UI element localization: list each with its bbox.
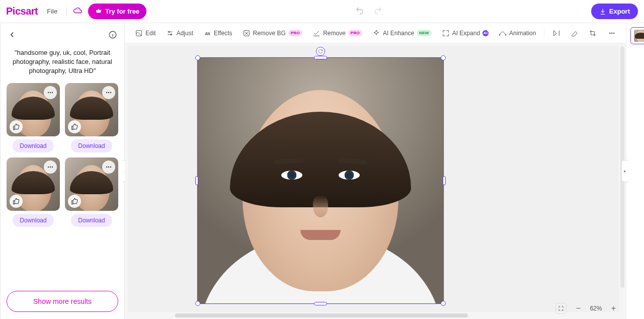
result-3-thumb[interactable]: ··· bbox=[7, 157, 60, 211]
handle-br[interactable] bbox=[441, 301, 446, 306]
tool-crop[interactable] bbox=[585, 27, 601, 40]
result-2: ··· Download bbox=[65, 83, 118, 152]
svg-point-18 bbox=[499, 34, 500, 35]
handle-ml[interactable] bbox=[195, 176, 198, 185]
result-4-download[interactable]: Download bbox=[71, 214, 112, 227]
result-2-thumb[interactable]: ··· bbox=[65, 83, 118, 136]
svg-point-22 bbox=[613, 32, 614, 33]
result-3-like-icon[interactable] bbox=[10, 195, 23, 208]
handle-mr[interactable] bbox=[443, 176, 446, 185]
export-label: Export bbox=[609, 8, 630, 15]
result-1-thumb[interactable]: ··· bbox=[7, 83, 60, 136]
artboard[interactable] bbox=[197, 57, 444, 304]
try-free-label: Try for free bbox=[105, 8, 139, 15]
result-4-like-icon[interactable] bbox=[68, 195, 81, 208]
back-button[interactable] bbox=[8, 30, 17, 41]
fit-to-screen-button[interactable] bbox=[555, 303, 567, 314]
canvas-viewport[interactable]: − 62% + bbox=[125, 43, 626, 319]
tool-adjust[interactable]: Adjust bbox=[162, 27, 197, 40]
toolbar-separator bbox=[544, 28, 544, 38]
svg-point-19 bbox=[505, 34, 506, 35]
image-content bbox=[198, 58, 443, 303]
zoom-in-button[interactable]: + bbox=[609, 304, 618, 313]
tool-remove[interactable]: RemovePRO bbox=[308, 27, 366, 40]
left-panel: "handsome guy, uk, cool, Portrait photog… bbox=[1, 23, 125, 319]
tool-remove-bg[interactable]: Remove BGPRO bbox=[238, 27, 307, 40]
main: Resize Uploads Templates Photos Videos T… bbox=[0, 23, 644, 319]
svg-point-20 bbox=[609, 32, 610, 33]
tool-animation[interactable]: Animation bbox=[495, 27, 540, 40]
result-2-more-icon[interactable]: ··· bbox=[102, 86, 115, 99]
canvas-inner bbox=[128, 46, 619, 312]
layer-item-image[interactable]: Image bbox=[630, 27, 644, 44]
context-toolbar: Edit Adjust Effects Remove BGPRO RemoveP… bbox=[125, 23, 626, 43]
pro-badge-2: PRO bbox=[348, 30, 362, 36]
tool-eraser[interactable] bbox=[567, 27, 583, 40]
prompt-text: "handsome guy, uk, cool, Portrait photog… bbox=[5, 45, 120, 83]
file-menu[interactable]: File bbox=[44, 6, 60, 17]
collapse-right-panel[interactable]: ▸ bbox=[621, 160, 628, 182]
canvas-area: Edit Adjust Effects Remove BGPRO RemoveP… bbox=[125, 23, 626, 319]
edge-bottom-handle[interactable] bbox=[314, 302, 327, 305]
zoom-controls: − 62% + bbox=[555, 303, 618, 314]
zoom-out-button[interactable]: − bbox=[574, 304, 583, 313]
export-button[interactable]: Export bbox=[591, 4, 638, 19]
header-left: Picsart File Try for free bbox=[6, 4, 146, 19]
result-3-more-icon[interactable]: ··· bbox=[44, 161, 57, 174]
svg-point-21 bbox=[611, 32, 612, 33]
result-4: ··· Download bbox=[65, 157, 118, 227]
app-header: Picsart File Try for free Export bbox=[0, 0, 644, 23]
panel-top bbox=[5, 30, 120, 45]
ai-badge: AI bbox=[482, 30, 489, 36]
horizontal-scrollbar[interactable] bbox=[175, 313, 550, 318]
header-right: Export bbox=[591, 4, 638, 19]
divider bbox=[66, 7, 67, 16]
header-center bbox=[355, 6, 382, 17]
tool-flip[interactable] bbox=[548, 27, 565, 40]
info-icon[interactable] bbox=[108, 30, 117, 41]
result-3-download[interactable]: Download bbox=[13, 214, 53, 227]
try-for-free-button[interactable]: Try for free bbox=[88, 4, 146, 19]
results-grid: ··· Download ··· Download ··· Download bbox=[5, 83, 120, 227]
logo[interactable]: Picsart bbox=[6, 6, 38, 17]
tool-effects[interactable]: Effects bbox=[199, 27, 236, 40]
rotate-handle[interactable] bbox=[316, 47, 325, 56]
result-1-more-icon[interactable]: ··· bbox=[44, 86, 57, 99]
handle-tl[interactable] bbox=[195, 55, 200, 60]
result-4-thumb[interactable]: ··· bbox=[65, 157, 118, 211]
handle-bl[interactable] bbox=[195, 301, 200, 306]
right-panel: ▸ Image W1080px H1080px bbox=[626, 23, 644, 319]
tool-edit[interactable]: Edit bbox=[131, 27, 160, 40]
result-1-like-icon[interactable] bbox=[10, 120, 23, 133]
tool-ai-enhance[interactable]: AI EnhanceNEW bbox=[368, 27, 436, 40]
result-2-download[interactable]: Download bbox=[71, 139, 112, 152]
edge-top-handle[interactable] bbox=[314, 56, 327, 59]
tool-more-icon[interactable] bbox=[604, 27, 620, 40]
show-more-results-button[interactable]: Show more results bbox=[7, 291, 118, 312]
redo-button[interactable] bbox=[373, 6, 382, 17]
dimensions: W1080px H1080px bbox=[630, 49, 644, 63]
result-1-download[interactable]: Download bbox=[13, 139, 53, 152]
cloud-sync-icon[interactable] bbox=[73, 6, 82, 17]
selected-image[interactable] bbox=[197, 57, 444, 304]
result-4-more-icon[interactable]: ··· bbox=[102, 161, 115, 174]
new-badge: NEW bbox=[417, 30, 432, 36]
result-1: ··· Download bbox=[7, 83, 60, 152]
undo-button[interactable] bbox=[355, 6, 364, 17]
result-3: ··· Download bbox=[7, 157, 60, 227]
zoom-level: 62% bbox=[590, 305, 602, 312]
layer-thumb bbox=[634, 30, 644, 42]
pro-badge: PRO bbox=[288, 30, 302, 36]
tool-ai-expand[interactable]: AI ExpandAI bbox=[438, 27, 493, 40]
result-2-like-icon[interactable] bbox=[68, 120, 81, 133]
handle-tr[interactable] bbox=[441, 55, 446, 60]
